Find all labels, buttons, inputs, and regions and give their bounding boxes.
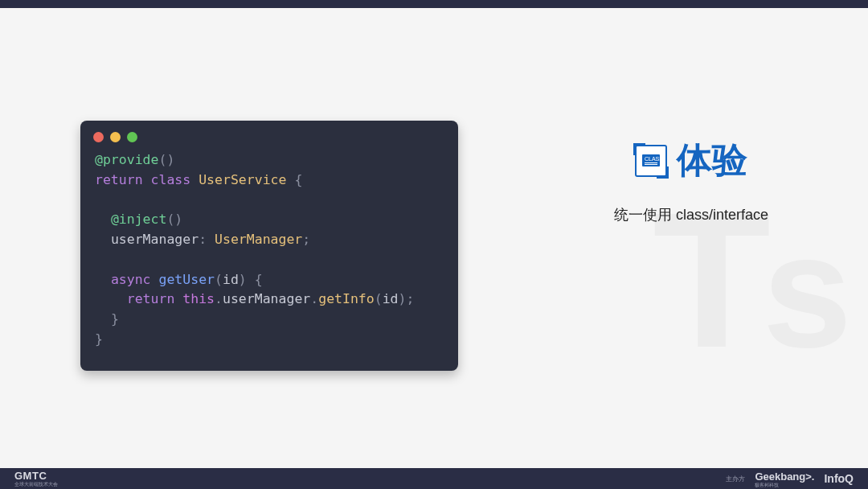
code-token: getInfo — [318, 291, 375, 306]
footer-right: 主办方 Geekbang>. 极客邦科技 InfoQ — [726, 471, 854, 487]
code-window: @provide() return class UserService { @i… — [80, 121, 458, 371]
footer-host-label: 主办方 — [726, 475, 745, 483]
code-token: @inject — [111, 212, 167, 227]
code-token: class — [151, 172, 191, 187]
code-token: userManager — [111, 232, 199, 247]
code-token: async — [111, 272, 151, 287]
right-panel: CLASS 体验 统一使用 class/interface — [587, 137, 796, 224]
code-token: return — [127, 291, 175, 306]
heading-row: CLASS 体验 — [587, 137, 796, 184]
class-icon-label: CLASS — [642, 154, 660, 166]
footer: GMTC 全球大前端技术大会 主办方 Geekbang>. 极客邦科技 Info… — [0, 468, 868, 489]
close-icon — [93, 132, 104, 142]
top-bar — [0, 0, 868, 8]
code-token: @provide — [95, 152, 158, 167]
slide-content: Ts CLASS 体验 统一使用 class/interface @provid… — [0, 8, 868, 468]
code-token: return — [95, 172, 143, 187]
minimize-icon — [110, 132, 121, 142]
slide-heading: 体验 — [677, 137, 747, 184]
code-token: this — [182, 291, 215, 306]
window-controls — [80, 121, 458, 150]
footer-brand-infoq: InfoQ — [824, 472, 854, 485]
footer-logo-sub: 全球大前端技术大会 — [14, 482, 58, 487]
footer-left: GMTC 全球大前端技术大会 — [14, 471, 58, 487]
footer-logo: GMTC — [14, 471, 58, 481]
code-token: getUser — [158, 272, 215, 287]
code-body: @provide() return class UserService { @i… — [80, 150, 458, 364]
slide-subtitle: 统一使用 class/interface — [587, 205, 796, 224]
footer-brand-geekbang: Geekbang>. 极客邦科技 — [755, 471, 814, 487]
code-token: id — [383, 291, 399, 306]
code-token: userManager — [223, 291, 310, 306]
maximize-icon — [127, 132, 137, 142]
class-icon: CLASS — [635, 145, 667, 177]
code-token: UserManager — [215, 232, 302, 247]
code-token: UserService — [199, 172, 286, 187]
code-token: id — [223, 272, 239, 287]
